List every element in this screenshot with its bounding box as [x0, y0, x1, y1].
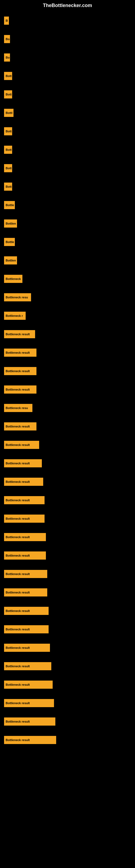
list-item: Bottlen [4, 215, 131, 231]
site-title: TheBottlenecker.com [0, 0, 135, 10]
list-item: Bottleneck result [4, 437, 131, 453]
bottleneck-label: Bottleneck result [4, 552, 46, 560]
list-item: Bottleneck result [4, 566, 131, 582]
list-item: B [4, 12, 131, 29]
bottleneck-label: Bottlen [4, 256, 17, 265]
bottleneck-label: Bottleneck result [4, 330, 35, 338]
bottleneck-label: Bo [4, 35, 10, 43]
list-item: Bottleneck result [4, 363, 131, 379]
bottleneck-label: Bottleneck r [4, 312, 26, 320]
bottleneck-label: Bottlen [4, 219, 17, 227]
list-item: Bott [4, 160, 131, 176]
bottleneck-label: Bottleneck result [4, 422, 37, 431]
bottleneck-label: Bottleneck result [4, 533, 46, 541]
list-item: Bottleneck r [4, 308, 131, 324]
list-item: Bottleneck result [4, 492, 131, 508]
bottleneck-label: Bottleneck result [4, 644, 50, 652]
bottleneck-label: Bott [4, 164, 12, 172]
bottleneck-label: Bottleneck result [4, 459, 42, 467]
list-item: Bott [4, 68, 131, 84]
list-item: Bottleneck result [4, 547, 131, 564]
list-item: Bottleneck result [4, 584, 131, 600]
list-item: Bott [4, 123, 131, 140]
list-item: Bottleneck [4, 271, 131, 287]
list-item: Bottleneck result [4, 455, 131, 471]
bottleneck-label: Bottleneck result [4, 588, 47, 596]
bottleneck-label: Bottleneck result [4, 385, 37, 394]
bottleneck-label: Bott [4, 183, 12, 191]
list-item: Bo [4, 50, 131, 66]
bottleneck-label: Bottle [4, 238, 15, 246]
bottleneck-label: Bottleneck result [4, 441, 39, 449]
list-item: Bottl [4, 105, 131, 121]
list-item: Bottleneck resu [4, 289, 131, 305]
bottleneck-label: Bottleneck result [4, 348, 37, 357]
bottleneck-label: Bottleneck result [4, 717, 55, 725]
list-item: Bo [4, 31, 131, 47]
list-item: Bottleneck result [4, 695, 131, 711]
list-item: Bottleneck result [4, 326, 131, 342]
list-item: Bott [4, 142, 131, 158]
bottleneck-label: B [4, 17, 9, 25]
list-item: Bottle [4, 234, 131, 250]
bottleneck-label: Bottleneck result [4, 607, 49, 615]
list-item: Bottleneck result [4, 510, 131, 527]
bottleneck-label: Bottleneck result [4, 681, 53, 689]
list-item: Bottleneck result [4, 658, 131, 674]
bottleneck-label: Bottleneck result [4, 625, 49, 633]
bottleneck-label: Bottleneck result [4, 515, 45, 523]
items-container: BBoBoBottBottBottlBottBottBottBottBottle… [0, 10, 135, 753]
bottleneck-label: Bottleneck result [4, 699, 54, 707]
list-item: Bottleneck result [4, 344, 131, 361]
bottleneck-label: Bo [4, 54, 10, 62]
bottleneck-label: Bott [4, 146, 12, 154]
list-item: Bottleneck result [4, 529, 131, 545]
list-item: Bottleneck result [4, 474, 131, 490]
bottleneck-label: Bottleneck result [4, 570, 47, 578]
list-item: Bottleneck result [4, 677, 131, 693]
bottleneck-label: Bottleneck resu [4, 293, 31, 301]
list-item: Bott [4, 179, 131, 195]
bottleneck-label: Bott [4, 127, 12, 135]
bottleneck-label: Bottleneck result [4, 478, 43, 486]
list-item: Bottleneck result [4, 418, 131, 435]
bottleneck-label: Bottleneck result [4, 367, 37, 375]
list-item: Bottleneck resu [4, 400, 131, 416]
list-item: Bottleneck result [4, 621, 131, 638]
bottleneck-label: Bottleneck [4, 275, 22, 283]
bottleneck-label: Bottleneck result [4, 496, 45, 504]
list-item: Bottle [4, 197, 131, 213]
list-item: Bottleneck result [4, 640, 131, 656]
bottleneck-label: Bottleneck result [4, 736, 56, 744]
list-item: Bottleneck result [4, 713, 131, 730]
list-item: Bottleneck result [4, 381, 131, 398]
list-item: Bottleneck result [4, 732, 131, 748]
list-item: Bottleneck result [4, 603, 131, 619]
bottleneck-label: Bott [4, 72, 12, 80]
bottleneck-label: Bott [4, 90, 12, 98]
list-item: Bott [4, 86, 131, 102]
bottleneck-label: Bottleneck result [4, 662, 51, 670]
bottleneck-label: Bottle [4, 201, 15, 209]
list-item: Bottlen [4, 252, 131, 269]
bottleneck-label: Bottleneck resu [4, 404, 32, 412]
bottleneck-label: Bottl [4, 109, 13, 117]
